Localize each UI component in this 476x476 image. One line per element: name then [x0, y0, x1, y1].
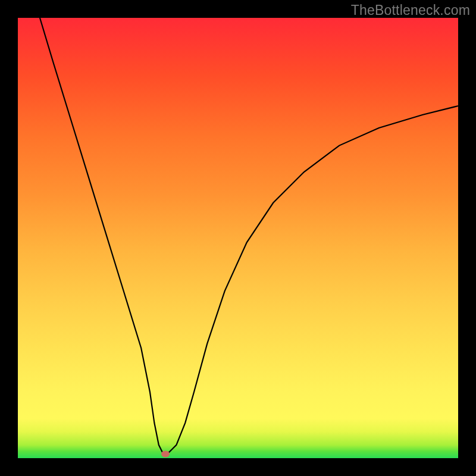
minimum-marker	[161, 450, 170, 457]
bottleneck-curve	[40, 18, 458, 454]
chart-frame: TheBottleneck.com	[0, 0, 476, 476]
curve-layer	[18, 18, 458, 458]
watermark-text: TheBottleneck.com	[351, 2, 470, 18]
plot-area	[18, 18, 458, 458]
